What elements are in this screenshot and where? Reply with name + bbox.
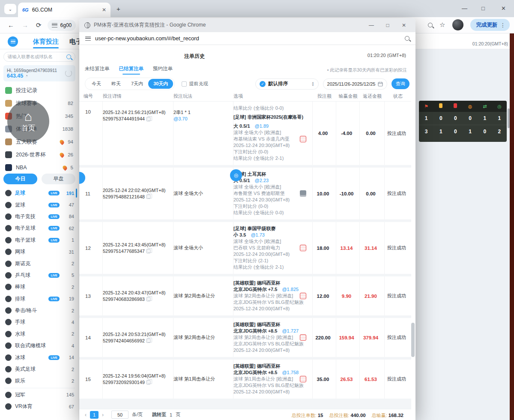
user-greeting: Hi, 1659agent247903911: [7, 68, 57, 73]
home-fab[interactable]: ⌂ 首页: [7, 100, 49, 142]
sport-item-联合式橄榄球[interactable]: 联合式橄榄球4: [0, 340, 79, 351]
selection-text: 结果比分 (全场比分 0-0): [233, 210, 284, 216]
sport-item-拳击/格斗[interactable]: 拳击/格斗2: [0, 305, 79, 316]
copy-icon[interactable]: [146, 380, 150, 384]
menu-dots-icon[interactable]: ⋮: [500, 22, 506, 28]
current-page[interactable]: 1: [90, 411, 99, 419]
window-maximize-button[interactable]: □: [481, 5, 485, 12]
nav-sports-betting[interactable]: 体育投注: [33, 38, 59, 46]
page-size-input[interactable]: 50: [111, 411, 128, 419]
live-stat-icon[interactable]: [300, 245, 306, 251]
jump-page-input[interactable]: 1: [170, 412, 172, 417]
record-tab-已结算注单[interactable]: 已结算注单: [119, 66, 144, 75]
bet-selection-cell: [英雄联盟] 德玛西亚杯北京JDG英特尔 +7.5 @1.825滚球 第2局击杀…: [233, 276, 313, 315]
bet-status: 投注成功: [385, 318, 411, 357]
live-stat-icon[interactable]: [300, 376, 306, 382]
address-bar[interactable]: 6g00: [48, 20, 76, 31]
filter-今天[interactable]: 今天: [87, 79, 106, 89]
live-stat-icon[interactable]: [300, 293, 306, 299]
live-stat-icon[interactable]: [300, 136, 306, 142]
sport-item-棒球[interactable]: 棒球2: [0, 281, 79, 293]
eye-icon[interactable]: ◔: [25, 73, 28, 79]
floating-widget[interactable]: ◎: [230, 169, 242, 181]
sport-item-手球[interactable]: 手球4: [0, 316, 79, 328]
sidebar-item-NBA[interactable]: NBA5: [0, 161, 79, 174]
bet-table: 编号投注详情投注玩法选项投注额输赢金额返还金额状态 102025-12-24 2…: [79, 91, 411, 409]
popup-maximize-button[interactable]: □: [381, 22, 394, 28]
filter-昨天[interactable]: 昨天: [106, 79, 126, 89]
checkbox-icon[interactable]: [182, 81, 187, 87]
sidebar-item-2026-世界杯[interactable]: 2026-世界杯26: [0, 148, 79, 161]
record-tab-预约注单[interactable]: 预约注单: [153, 66, 173, 75]
sport-item-篮球[interactable]: 篮球LIVE47: [0, 199, 79, 210]
chrome-update-button[interactable]: 完成更新⋮: [470, 19, 510, 31]
site-settings-icon[interactable]: [52, 23, 57, 27]
day-tab-今日[interactable]: 今日: [3, 174, 37, 184]
forward-icon[interactable]: →: [22, 21, 28, 29]
sport-item-排球[interactable]: 排球LIVE19: [0, 293, 79, 305]
avatar[interactable]: [452, 19, 463, 30]
copy-icon[interactable]: [146, 117, 150, 121]
sport-item-电子篮球[interactable]: 电子篮球LIVE1: [0, 234, 79, 246]
team-search-input[interactable]: 请输入联赛名或球队名: [3, 52, 75, 62]
record-tab-未结算注单[interactable]: 未结算注单: [85, 66, 110, 75]
filter-30天内[interactable]: 30天内: [148, 79, 173, 89]
hamburger-menu-icon[interactable]: [8, 36, 18, 47]
popup-title-bar[interactable]: PM体育-亚洲在线体育竞猜投注 - Google Chrome — □ ✕: [79, 18, 415, 32]
sport-item-冰球[interactable]: 冰球LIVE14: [0, 351, 79, 363]
sport-count: 2: [63, 308, 74, 313]
sport-item-娱乐[interactable]: 娱乐2: [0, 375, 79, 387]
stat-icon[interactable]: [300, 190, 306, 197]
popup-scrollbar-thumb[interactable]: [411, 323, 415, 357]
zoom-icon[interactable]: [428, 23, 433, 27]
sport-item-电子竞技[interactable]: 电子竞技LIVE84: [0, 211, 79, 222]
sport-label: VR体育: [15, 403, 60, 410]
browser-tab[interactable]: 6G 6G.COM ✕: [18, 3, 111, 17]
window-minimize-button[interactable]: —: [462, 5, 467, 12]
reload-icon[interactable]: ⟳: [36, 21, 42, 29]
search-icon[interactable]: [405, 36, 409, 41]
search-icon[interactable]: [66, 54, 71, 59]
nba-icon: [5, 164, 12, 171]
sport-item-VR体育[interactable]: VR体育67: [0, 401, 79, 412]
sport-item-水球[interactable]: 水球2: [0, 328, 79, 340]
site-settings-icon[interactable]: [85, 36, 91, 41]
popup-minimize-button[interactable]: —: [365, 22, 378, 28]
sport-item-乒乓球[interactable]: 乒乓球LIVE5: [0, 270, 79, 281]
next-page-icon[interactable]: ›: [102, 412, 104, 418]
sport-item-冠军[interactable]: 冠军145: [0, 389, 79, 401]
copy-icon[interactable]: [146, 339, 150, 343]
copy-icon[interactable]: [146, 195, 150, 199]
live-stat-icon[interactable]: [300, 334, 306, 341]
table-row: 122025-12-24 21:43:45(GMT+8)529975147768…: [79, 222, 411, 274]
bet-status: 投注成功: [385, 168, 411, 219]
sport-item-电子足球[interactable]: 电子足球LIVE62: [0, 222, 79, 234]
new-tab-button[interactable]: +: [117, 5, 120, 12]
sport-item-网球[interactable]: 网球31: [0, 246, 79, 258]
popup-address-bar[interactable]: user-pc-new.youbaokun.com/#/bet_record: [79, 32, 415, 45]
back-icon[interactable]: ←: [8, 21, 14, 29]
sort-dropdown[interactable]: ✓ 默认排序 ▲▼: [255, 78, 319, 90]
window-close-button[interactable]: ✕: [501, 5, 506, 12]
sport-item-足球[interactable]: 足球LIVE191: [0, 187, 79, 199]
day-tab-早盘[interactable]: 早盘: [42, 174, 75, 184]
copy-icon[interactable]: [146, 297, 150, 301]
bet-number-text: 5299740683286983: [103, 296, 145, 303]
selection-line: 2025-12-24 20:30(GMT+8): [233, 142, 310, 149]
cashout-checkbox[interactable]: 提前兑现: [182, 81, 208, 87]
bookmark-star-icon[interactable]: ☆: [439, 21, 445, 29]
popup-close-button[interactable]: ✕: [397, 22, 410, 28]
prev-page-icon[interactable]: ‹: [85, 412, 87, 418]
selection-text: 下注时比分 (0-0): [233, 203, 268, 210]
filter-7天内[interactable]: 7天内: [126, 79, 148, 89]
copy-icon[interactable]: [146, 249, 150, 253]
sport-item-美式足球[interactable]: 美式足球2: [0, 363, 79, 375]
date-range-picker[interactable]: 2025/11/26-2025/12/25: [323, 78, 387, 90]
sport-item-斯诺克[interactable]: 斯诺克2: [0, 258, 79, 269]
tab-close-icon[interactable]: ✕: [102, 7, 106, 13]
page-scrollbar-thumb[interactable]: [508, 108, 510, 128]
refresh-balance-icon[interactable]: [65, 70, 72, 77]
sidebar-item-投注记录[interactable]: 投注记录: [0, 84, 79, 97]
tab-search-chevron-icon[interactable]: ⌄: [4, 4, 16, 14]
search-button[interactable]: 查询: [391, 78, 409, 89]
